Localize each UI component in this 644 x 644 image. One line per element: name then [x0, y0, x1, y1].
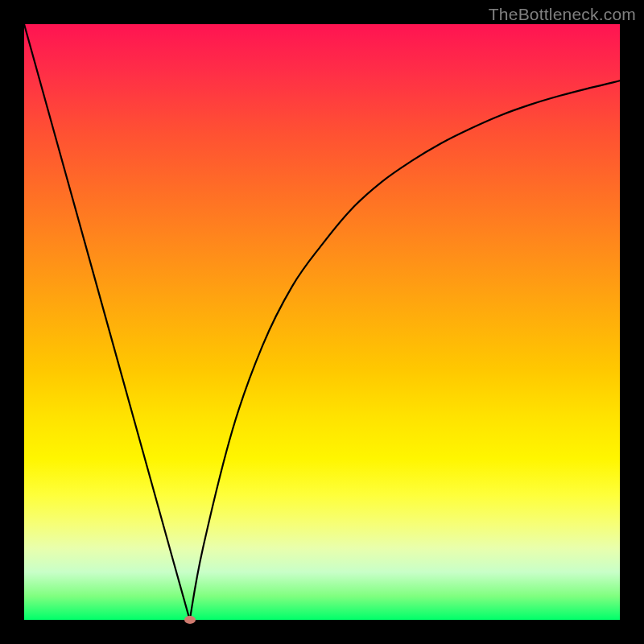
watermark-text: TheBottleneck.com [489, 5, 636, 24]
bottleneck-curve [24, 24, 620, 620]
curve-right-branch [190, 80, 620, 620]
plot-area [24, 24, 620, 620]
optimum-marker [184, 616, 196, 624]
curve-left-branch [24, 24, 190, 620]
chart-frame: TheBottleneck.com [0, 0, 644, 644]
